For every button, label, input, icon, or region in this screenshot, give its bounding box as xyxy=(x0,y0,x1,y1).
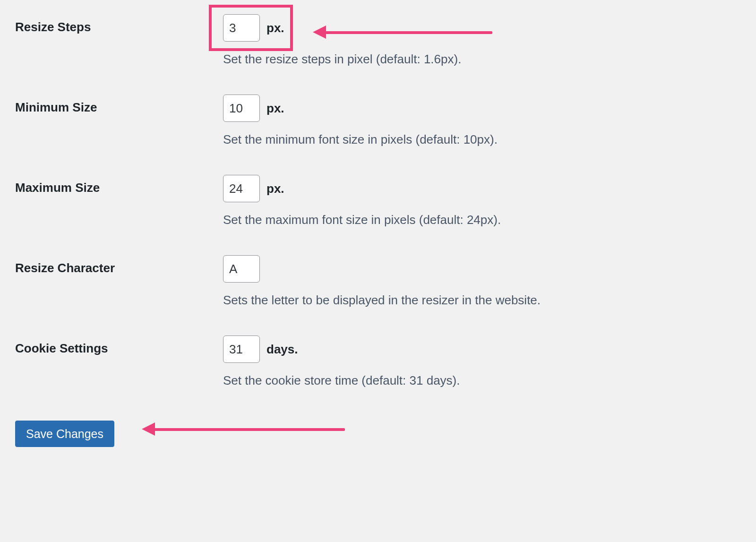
maximum-size-label-cell: Maximum Size xyxy=(15,175,223,195)
resize-character-field: Sets the letter to be displayed in the r… xyxy=(223,255,741,310)
resize-character-label: Resize Character xyxy=(15,261,115,275)
minimum-size-input-wrap: px. xyxy=(223,95,741,122)
resize-steps-input-wrap: px. xyxy=(223,14,741,42)
save-changes-button[interactable]: Save Changes xyxy=(15,421,114,447)
arrow-annotation-2 xyxy=(142,422,345,437)
minimum-size-label: Minimum Size xyxy=(15,100,97,114)
cookie-settings-field: days. Set the cookie store time (default… xyxy=(223,336,741,390)
maximum-size-unit: px. xyxy=(266,181,284,196)
maximum-size-label: Maximum Size xyxy=(15,181,100,195)
resize-steps-label: Resize Steps xyxy=(15,20,91,34)
resize-character-input-wrap xyxy=(223,255,741,283)
resize-character-input[interactable] xyxy=(223,255,260,283)
minimum-size-field: px. Set the minimum font size in pixels … xyxy=(223,95,741,149)
resize-steps-row: Resize Steps px. Set the resize steps in… xyxy=(15,14,741,95)
settings-form: Resize Steps px. Set the resize steps in… xyxy=(15,14,741,447)
resize-steps-input[interactable] xyxy=(223,14,260,42)
minimum-size-description: Set the minimum font size in pixels (def… xyxy=(223,130,741,149)
resize-character-row: Resize Character Sets the letter to be d… xyxy=(15,255,741,336)
cookie-settings-input[interactable] xyxy=(223,336,260,363)
resize-steps-label-cell: Resize Steps xyxy=(15,14,223,34)
maximum-size-row: Maximum Size px. Set the maximum font si… xyxy=(15,175,741,255)
maximum-size-description: Set the maximum font size in pixels (def… xyxy=(223,211,741,229)
cookie-settings-row: Cookie Settings days. Set the cookie sto… xyxy=(15,336,741,416)
submit-row: Save Changes xyxy=(15,416,741,447)
cookie-settings-label: Cookie Settings xyxy=(15,341,108,355)
maximum-size-input-wrap: px. xyxy=(223,175,741,202)
minimum-size-row: Minimum Size px. Set the minimum font si… xyxy=(15,95,741,175)
cookie-settings-unit: days. xyxy=(266,342,298,357)
minimum-size-unit: px. xyxy=(266,101,284,116)
maximum-size-field: px. Set the maximum font size in pixels … xyxy=(223,175,741,229)
resize-character-label-cell: Resize Character xyxy=(15,255,223,275)
resize-steps-field: px. Set the resize steps in pixel (defau… xyxy=(223,14,741,69)
minimum-size-input[interactable] xyxy=(223,95,260,122)
maximum-size-input[interactable] xyxy=(223,175,260,202)
minimum-size-label-cell: Minimum Size xyxy=(15,95,223,115)
resize-character-description: Sets the letter to be displayed in the r… xyxy=(223,291,741,310)
cookie-settings-label-cell: Cookie Settings xyxy=(15,336,223,356)
resize-steps-description: Set the resize steps in pixel (default: … xyxy=(223,50,741,69)
cookie-settings-description: Set the cookie store time (default: 31 d… xyxy=(223,371,741,390)
resize-steps-unit: px. xyxy=(266,21,284,35)
cookie-settings-input-wrap: days. xyxy=(223,336,741,363)
